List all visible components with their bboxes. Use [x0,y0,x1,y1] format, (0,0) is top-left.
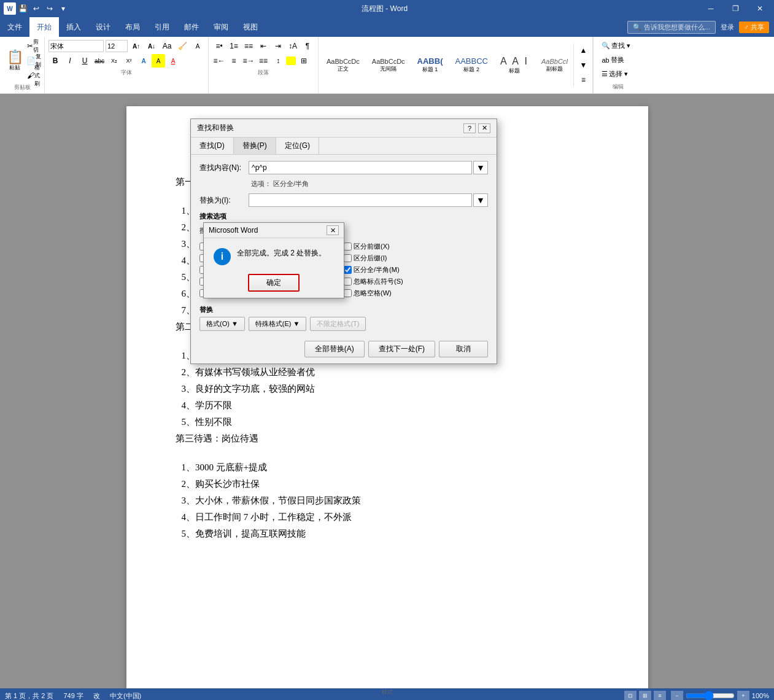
bullets-btn[interactable]: ≡• [212,39,226,53]
style-heading2[interactable]: AABBCC 标题 2 [449,47,493,84]
replace-label: 替换 [611,55,624,64]
numbering-btn[interactable]: 1≡ [227,39,241,53]
special-format-btn[interactable]: 特殊格式(E) ▼ [249,317,307,331]
find-dropdown-btn[interactable]: ▼ [473,161,488,174]
style-no-spacing[interactable]: AaBbCcDc 无间隔 [366,47,411,84]
cb-ignore-punct[interactable]: 忽略标点符号(S) [344,277,488,286]
tab-design[interactable]: 设计 [88,17,118,37]
tab-mailings[interactable]: 邮件 [177,17,206,37]
find-replace-question-btn[interactable]: ? [463,123,476,133]
tab-find[interactable]: 查找(D) [191,138,234,154]
word-dialog-ok-btn[interactable]: 确定 [248,274,300,292]
strikethrough-btn[interactable]: abc [93,54,106,68]
style-title[interactable]: A A I 标题 [495,47,535,84]
tab-file[interactable]: 文件 [0,17,29,37]
tab-references[interactable]: 引用 [147,17,177,37]
view-outline-btn[interactable]: ≡ [654,691,666,700]
find-input[interactable] [249,161,472,174]
find-btn[interactable]: 🔍 查找 ▾ [597,39,635,52]
styles-scroll-up[interactable]: ▲ [576,44,590,57]
word-count: 749 字 [63,691,83,701]
align-left-btn[interactable]: ≡← [212,54,226,68]
line-spacing-btn[interactable]: ↕ [271,54,285,68]
no-format-btn[interactable]: 不限定格式(T) [310,317,366,331]
replace-all-btn[interactable]: 全部替换(A) [304,341,365,357]
font-shrink-btn[interactable]: A↓ [145,39,158,53]
tab-goto[interactable]: 定位(G) [276,138,319,154]
text-effect-btn[interactable]: A [137,54,150,68]
shading-btn[interactable] [286,56,296,65]
paste-btn[interactable]: 📋 粘贴 [4,49,26,73]
word-dialog-title: Microsoft Word [209,226,258,235]
align-center-btn[interactable]: ≡ [227,54,241,68]
tab-insert[interactable]: 插入 [59,17,88,37]
login-btn[interactable]: 登录 [721,23,734,32]
replace-dropdown-btn[interactable]: ▼ [473,193,488,207]
ribbon-search-box[interactable]: 🔍 告诉我您想要做什么... [627,21,716,34]
styles-more[interactable]: ≡ [576,73,590,87]
styles-scroll-down[interactable]: ▼ [576,58,590,72]
tab-layout[interactable]: 布局 [118,17,147,37]
multilevel-list-btn[interactable]: ≡≡ [242,39,255,53]
replace-btn[interactable]: ab 替换 [597,53,628,66]
select-btn[interactable]: ☰ 选择 ▾ [597,68,632,80]
track-changes-flag: 改 [93,691,100,701]
align-right-btn[interactable]: ≡→ [242,54,255,68]
format-btn[interactable]: 格式(O) ▼ [199,317,245,331]
share-btn[interactable]: ♂ 共享 [739,21,769,33]
superscript-btn[interactable]: X² [122,54,136,68]
cut-btn[interactable]: ✂ 剪切 [27,39,41,53]
tab-review[interactable]: 审阅 [206,17,236,37]
close-btn[interactable]: ✕ [748,0,772,17]
cb-suffix[interactable]: 区分后缀(I) [344,254,488,263]
cb-prefix[interactable]: 区分前缀(X) [344,242,488,251]
replace-input[interactable] [249,193,472,207]
find-replace-dialog: 查找和替换 ? ✕ 查找(D) 替换(P) 定位(G) 查找内容(N): ▼ 选… [190,119,497,364]
style-nospacing-preview: AaBbCcDc [372,58,405,65]
subscript-btn[interactable]: X₂ [107,54,121,68]
find-next-btn[interactable]: 查找下一处(F) [368,341,435,357]
redo-btn[interactable]: ↪ [43,2,56,15]
cb-fullwidth[interactable]: 区分全/半角(M) [344,265,488,274]
find-replace-close-btn[interactable]: ✕ [478,123,490,133]
style-subtitle[interactable]: AaBbCcI 副标题 [536,47,573,84]
italic-btn[interactable]: I [63,54,77,68]
tab-view[interactable]: 视图 [236,17,265,37]
word-dialog-close-btn[interactable]: ✕ [327,225,339,235]
sort-btn[interactable]: ↕A [286,39,300,53]
font-size-selector[interactable] [106,40,128,52]
border-btn[interactable]: ⊞ [297,54,311,68]
font-name-selector[interactable] [48,40,104,52]
clear-format-btn[interactable]: 🧹 [176,39,189,53]
font-grow-btn[interactable]: A↑ [130,39,143,53]
tab-home[interactable]: 开始 [29,17,59,37]
underline-btn[interactable]: U [78,54,91,68]
char-spacing-btn[interactable]: A [191,39,204,53]
minimize-btn[interactable]: ─ [699,0,722,17]
zoom-in-btn[interactable]: + [737,691,749,700]
justify-btn[interactable]: ≡≡ [257,54,270,68]
cancel-btn[interactable]: 取消 [439,341,488,357]
item-2-4: 4、学历不限 [176,400,599,411]
text-highlight-btn[interactable]: A [152,54,165,68]
cb-ignore-space[interactable]: 忽略空格(W) [344,289,488,298]
undo-btn[interactable]: ↩ [29,2,43,15]
quick-access-more[interactable]: ▾ [56,2,70,15]
style-normal[interactable]: AaBbCcDc 正文 [321,47,365,84]
view-print-btn[interactable]: ⊡ [624,691,637,700]
decrease-indent-btn[interactable]: ⇤ [257,39,270,53]
view-web-btn[interactable]: ⊞ [639,691,651,700]
paragraph-group: ≡• 1≡ ≡≡ ⇤ ⇥ ↕A ¶ ≡← ≡ ≡→ ≡≡ ↕ ⊞ 段落 [209,37,319,93]
zoom-out-btn[interactable]: − [671,691,683,700]
bold-btn[interactable]: B [48,54,62,68]
quick-save-btn[interactable]: 💾 [16,2,29,15]
restore-btn[interactable]: ❐ [724,0,747,17]
style-heading1[interactable]: AABB( 标题 1 [412,47,449,84]
font-color-btn[interactable]: A [166,54,180,68]
show-marks-btn[interactable]: ¶ [301,39,314,53]
change-case-btn[interactable]: Aa [160,39,174,53]
zoom-slider[interactable] [686,692,735,699]
format-painter-btn[interactable]: 🖌 格式刷 [27,69,41,82]
tab-replace[interactable]: 替换(P) [234,138,276,154]
increase-indent-btn[interactable]: ⇥ [271,39,285,53]
